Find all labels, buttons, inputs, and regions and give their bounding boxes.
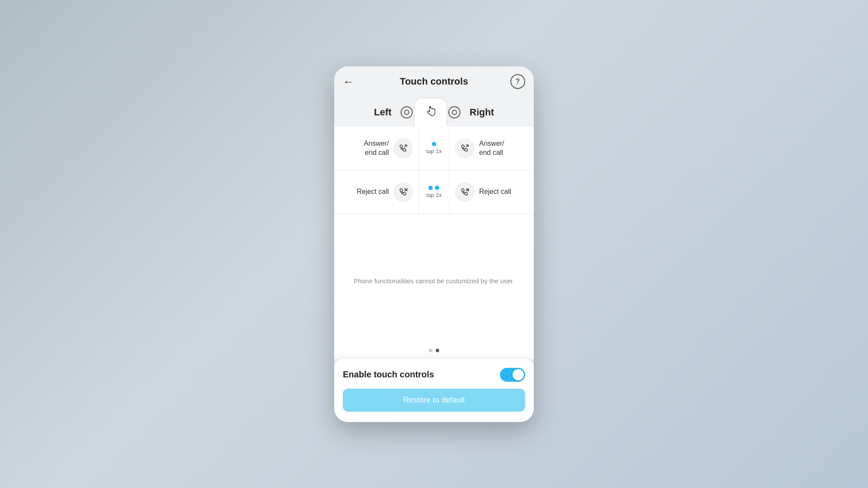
tap2x-left-label: Reject call [357,187,389,197]
tap2x-label: tap 2x [426,192,441,198]
main-content: Answer/end call tap 1x [334,127,534,359]
svg-point-3 [452,110,457,115]
toggle-knob [513,369,524,380]
page-title: Touch controls [400,76,468,87]
enable-label: Enable touch controls [343,370,434,380]
tap1x-left-cell: Answer/end call [334,128,418,169]
page-dots [334,349,534,359]
svg-point-0 [401,107,412,118]
tap1x-right-icon [455,138,475,158]
header: ← Touch controls ? [334,66,534,95]
tap2x-right-cell: Reject call [450,172,534,213]
left-earbud-icon [398,104,415,121]
tap1x-center-cell: tap 1x [418,127,450,170]
left-tab-label[interactable]: Left [367,107,398,118]
tap1x-label: tap 1x [426,148,441,154]
tap2x-left-icon [393,182,413,202]
tap2x-right-label: Reject call [479,187,511,197]
touch-icon [424,105,437,121]
tap1x-dot-1 [432,142,436,146]
tab-row: Left Right [334,95,534,127]
tap1x-right-label: Answer/end call [479,139,504,157]
tap1x-right-cell: Answer/end call [450,128,534,169]
back-button[interactable]: ← [343,76,354,87]
tap1x-left-label: Answer/end call [364,139,389,157]
tap2x-dots [428,186,439,190]
page-dot-1[interactable] [429,349,432,352]
tap1x-dots [432,142,436,146]
info-text: Phone functionalities cannot be customiz… [354,276,514,286]
controls-grid: Answer/end call tap 1x [334,127,534,214]
right-earbud-icon [446,104,463,121]
tap2x-center-cell: tap 2x [418,170,450,214]
svg-point-2 [449,107,460,118]
svg-point-1 [404,110,409,115]
bottom-panel: Enable touch controls Restore to default [334,359,534,422]
tap1x-indicator: tap 1x [426,142,441,154]
help-button[interactable]: ? [510,74,525,89]
enable-row: Enable touch controls [343,368,525,382]
center-tab[interactable] [415,98,446,127]
page-dot-2[interactable] [436,349,439,352]
info-section: Phone functionalities cannot be customiz… [334,214,534,349]
phone-card: ← Touch controls ? Left [334,66,534,422]
tap2x-row: Reject call [334,170,534,214]
tap1x-left-icon [393,138,413,158]
tap2x-indicator: tap 2x [426,186,441,198]
enable-toggle[interactable] [500,368,525,382]
right-tab-label[interactable]: Right [463,107,501,118]
tap2x-dot-2 [435,186,439,190]
tap1x-row: Answer/end call tap 1x [334,127,534,170]
tap2x-right-icon [455,182,475,202]
tap2x-left-cell: Reject call [334,172,418,213]
tap2x-dot-1 [428,186,433,190]
restore-default-button[interactable]: Restore to default [343,389,525,412]
